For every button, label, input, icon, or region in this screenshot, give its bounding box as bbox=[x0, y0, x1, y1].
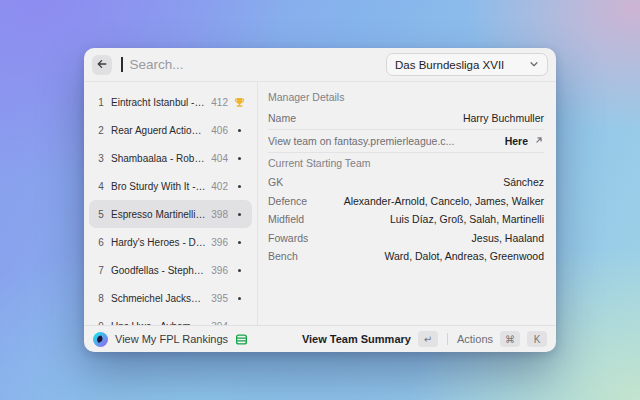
view-team-link-row[interactable]: View team on fantasy.premierleague.c... … bbox=[268, 130, 544, 153]
section-starting-team: Current Starting Team bbox=[268, 153, 544, 173]
rank-number: 2 bbox=[96, 125, 106, 136]
dot-indicator bbox=[238, 157, 241, 160]
dot-indicator bbox=[238, 297, 241, 300]
ranking-row[interactable]: 9 Uns Uwe - Ayhem Saleh 394 bbox=[89, 312, 252, 325]
ranking-row[interactable]: 5 Espresso Martinelli - Ha... 398 bbox=[89, 200, 252, 228]
points-value: 396 bbox=[211, 265, 228, 276]
ranking-row[interactable]: 4 Bro Sturdy With It - Sco... 402 bbox=[89, 172, 252, 200]
section-manager-details: Manager Details bbox=[268, 87, 544, 107]
team-title: Hardy's Heroes - Dan H... bbox=[111, 237, 206, 248]
players-value: Luis Díaz, Groß, Salah, Martinelli bbox=[390, 213, 544, 225]
external-link-icon bbox=[534, 135, 544, 147]
points-value: 406 bbox=[211, 125, 228, 136]
ranking-row[interactable]: 2 Rear Aguerd Action - M... 406 bbox=[89, 116, 252, 144]
dot-indicator bbox=[238, 185, 241, 188]
footer-bar: View My FPL Rankings View Team Summary ↵… bbox=[84, 325, 556, 352]
rank-number: 5 bbox=[96, 209, 106, 220]
view-team-summary-button[interactable]: View Team Summary bbox=[302, 333, 411, 345]
rank-number: 8 bbox=[96, 293, 106, 304]
team-title: Eintracht Istanbul - Ole-... bbox=[111, 97, 206, 108]
team-detail-row: Bench Ward, Dalot, Andreas, Greenwood bbox=[268, 247, 544, 266]
points-value: 412 bbox=[211, 97, 228, 108]
dot-indicator bbox=[238, 241, 241, 244]
search-header: Das Burndesliga XVII bbox=[84, 48, 556, 82]
league-dropdown-value: Das Burndesliga XVII bbox=[395, 59, 504, 71]
ranking-row[interactable]: 8 Schmeichel Jackson - T... 395 bbox=[89, 284, 252, 312]
rank-number: 6 bbox=[96, 237, 106, 248]
position-label: GK bbox=[268, 176, 283, 188]
main-content: 1 Eintracht Istanbul - Ole-... 412 2 Rea… bbox=[84, 82, 556, 325]
ranking-row[interactable]: 3 Shambaalaa - Rob Hami... 404 bbox=[89, 144, 252, 172]
fpl-logo-icon bbox=[93, 332, 108, 347]
cmd-key-badge: ⌘ bbox=[500, 331, 520, 347]
team-detail-row: Defence Alexander-Arnold, Cancelo, James… bbox=[268, 192, 544, 211]
rank-number: 7 bbox=[96, 265, 106, 276]
rank-number: 4 bbox=[96, 181, 106, 192]
name-label: Name bbox=[268, 112, 296, 124]
footer-command-label[interactable]: View My FPL Rankings bbox=[115, 333, 228, 345]
here-link[interactable]: Here bbox=[505, 135, 528, 147]
arrow-left-icon bbox=[96, 56, 108, 74]
trophy-icon bbox=[234, 97, 245, 108]
ranking-row[interactable]: 7 Goodfellas - Stephen Fi... 396 bbox=[89, 256, 252, 284]
ranking-row[interactable]: 1 Eintracht Istanbul - Ole-... 412 bbox=[89, 88, 252, 116]
text-cursor bbox=[121, 57, 123, 72]
points-value: 396 bbox=[211, 237, 228, 248]
back-button[interactable] bbox=[92, 55, 112, 75]
ranking-row[interactable]: 6 Hardy's Heroes - Dan H... 396 bbox=[89, 228, 252, 256]
players-value: Sánchez bbox=[503, 176, 544, 188]
rankings-list: 1 Eintracht Istanbul - Ole-... 412 2 Rea… bbox=[84, 82, 258, 325]
return-key-badge: ↵ bbox=[418, 331, 438, 347]
footer-divider bbox=[447, 333, 448, 345]
points-value: 395 bbox=[211, 293, 228, 304]
actions-button[interactable]: Actions bbox=[457, 333, 493, 345]
team-title: Schmeichel Jackson - T... bbox=[111, 293, 206, 304]
players-value: Ward, Dalot, Andreas, Greenwood bbox=[384, 250, 544, 262]
chevron-down-icon bbox=[529, 59, 539, 71]
points-value: 402 bbox=[211, 181, 228, 192]
points-value: 404 bbox=[211, 153, 228, 164]
team-detail-row: GK Sánchez bbox=[268, 173, 544, 192]
k-key-badge: K bbox=[527, 331, 547, 347]
manager-name-row: Name Harry Buchmuller bbox=[268, 107, 544, 130]
list-card-icon bbox=[235, 333, 248, 346]
position-label: Defence bbox=[268, 195, 307, 207]
launcher-window: Das Burndesliga XVII 1 Eintracht Istanbu… bbox=[84, 48, 556, 352]
dot-indicator bbox=[238, 213, 241, 216]
team-title: Espresso Martinelli - Ha... bbox=[111, 209, 206, 220]
position-label: Midfield bbox=[268, 213, 304, 225]
name-value: Harry Buchmuller bbox=[463, 112, 544, 124]
details-panel: Manager Details Name Harry Buchmuller Vi… bbox=[258, 82, 556, 325]
team-title: Rear Aguerd Action - M... bbox=[111, 125, 206, 136]
dot-indicator bbox=[238, 129, 241, 132]
points-value: 398 bbox=[211, 209, 228, 220]
team-rows-container: GK Sánchez Defence Alexander-Arnold, Can… bbox=[268, 173, 544, 266]
players-value: Jesus, Haaland bbox=[472, 232, 544, 244]
team-title: Shambaalaa - Rob Hami... bbox=[111, 153, 206, 164]
players-value: Alexander-Arnold, Cancelo, James, Walker bbox=[344, 195, 544, 207]
rank-number: 3 bbox=[96, 153, 106, 164]
search-input[interactable] bbox=[130, 57, 380, 72]
team-title: Goodfellas - Stephen Fi... bbox=[111, 265, 206, 276]
rank-number: 1 bbox=[96, 97, 106, 108]
team-detail-row: Fowards Jesus, Haaland bbox=[268, 229, 544, 248]
view-team-label: View team on fantasy.premierleague.c... bbox=[268, 135, 454, 147]
team-title: Bro Sturdy With It - Sco... bbox=[111, 181, 206, 192]
league-dropdown[interactable]: Das Burndesliga XVII bbox=[386, 53, 548, 76]
team-detail-row: Midfield Luis Díaz, Groß, Salah, Martine… bbox=[268, 210, 544, 229]
dot-indicator bbox=[238, 269, 241, 272]
position-label: Bench bbox=[268, 250, 298, 262]
position-label: Fowards bbox=[268, 232, 308, 244]
